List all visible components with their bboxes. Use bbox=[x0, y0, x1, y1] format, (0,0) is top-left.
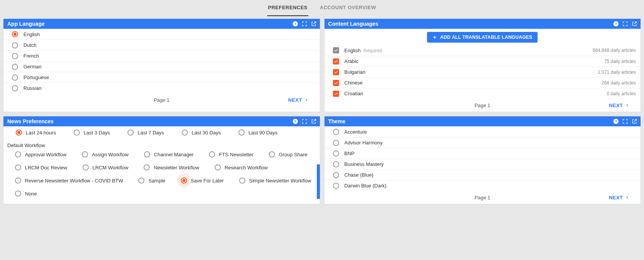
list-item[interactable]: Business Mastery bbox=[324, 159, 641, 169]
article-count: 0 daily articles bbox=[607, 91, 636, 96]
radio-button[interactable] bbox=[238, 129, 245, 136]
article-count: 268 daily articles bbox=[602, 80, 636, 86]
tab-preferences[interactable]: PREFERENCES bbox=[267, 4, 308, 16]
open-new-icon[interactable] bbox=[631, 21, 637, 27]
date-option[interactable]: Last 3 Days bbox=[74, 129, 110, 136]
next-button[interactable]: NEXT bbox=[609, 195, 629, 200]
workflow-option[interactable]: None bbox=[15, 190, 37, 197]
option-label: Newsletter Workflow bbox=[154, 165, 199, 171]
fullscreen-icon[interactable] bbox=[301, 21, 308, 27]
option-label: LRCM Doc Review bbox=[25, 165, 67, 171]
list-item[interactable]: Bulgarian1,071 daily articles bbox=[324, 66, 641, 77]
option-label: Chinese bbox=[344, 80, 363, 86]
date-option[interactable]: Last 24 hours bbox=[16, 129, 56, 136]
radio-button[interactable] bbox=[15, 151, 21, 157]
radio-button[interactable] bbox=[144, 164, 150, 171]
workflow-option[interactable]: Research Workflow bbox=[215, 164, 268, 171]
tab-account-overview[interactable]: ACCOUNT OVERVIEW bbox=[319, 4, 377, 16]
workflow-option[interactable]: Simple Newsletter Workflow bbox=[239, 177, 311, 184]
fullscreen-icon[interactable] bbox=[622, 118, 628, 124]
next-button[interactable]: NEXT bbox=[609, 103, 629, 108]
radio-button[interactable] bbox=[209, 151, 215, 157]
checkbox[interactable] bbox=[333, 58, 339, 65]
panel-title: Theme bbox=[328, 118, 346, 124]
checkbox[interactable] bbox=[333, 80, 339, 86]
help-icon[interactable]: ? bbox=[613, 21, 619, 27]
date-option[interactable]: Last 7 Days bbox=[127, 129, 164, 136]
radio-button[interactable] bbox=[127, 129, 134, 136]
list-item[interactable]: Dutch bbox=[3, 40, 320, 50]
list-item[interactable]: Arabic75 daily articles bbox=[324, 56, 641, 66]
radio-button[interactable] bbox=[15, 190, 21, 197]
radio-button[interactable] bbox=[12, 42, 18, 48]
list-item[interactable]: BNP bbox=[324, 148, 641, 159]
date-option[interactable]: Last 90 Days bbox=[238, 129, 278, 136]
list-item[interactable]: English bbox=[3, 29, 320, 40]
workflow-option[interactable]: Assign Workflow bbox=[82, 151, 129, 157]
list-item[interactable]: Darwin Blue (Dark) bbox=[324, 180, 641, 191]
list-item[interactable]: German bbox=[3, 61, 320, 72]
panel-content-languages: Content Languages ? ADD ALL TRANSLATABLE… bbox=[324, 18, 641, 112]
radio-button[interactable] bbox=[12, 85, 18, 91]
option-label: Reverse Newsletter Workflow - COVID BTW bbox=[25, 178, 123, 184]
radio-button[interactable] bbox=[333, 172, 339, 178]
help-icon[interactable]: ? bbox=[292, 21, 298, 27]
checkbox[interactable] bbox=[333, 91, 339, 97]
workflow-option[interactable]: Channel Manager bbox=[144, 151, 194, 157]
radio-button[interactable] bbox=[333, 140, 339, 146]
workflow-option[interactable]: LRCM Doc Review bbox=[15, 164, 67, 171]
add-all-languages-button[interactable]: ADD ALL TRANSLATABLE LANGUAGES bbox=[427, 32, 538, 43]
radio-button[interactable] bbox=[12, 64, 18, 70]
radio-button[interactable] bbox=[181, 177, 187, 184]
workflow-option[interactable]: Newsletter Workflow bbox=[144, 164, 199, 171]
radio-button[interactable] bbox=[144, 151, 150, 157]
workflow-option[interactable]: FTS Newsletter bbox=[209, 151, 253, 157]
radio-button[interactable] bbox=[12, 31, 18, 37]
open-new-icon[interactable] bbox=[311, 21, 317, 27]
workflow-option[interactable]: LRCM Workflow bbox=[83, 164, 129, 171]
list-item[interactable]: Croatian0 daily articles bbox=[324, 88, 641, 99]
radio-button[interactable] bbox=[83, 164, 89, 171]
workflow-option[interactable]: Approval Workflow bbox=[15, 151, 66, 157]
radio-button[interactable] bbox=[74, 129, 80, 136]
radio-button[interactable] bbox=[239, 177, 245, 184]
list-item[interactable]: French bbox=[3, 50, 320, 61]
radio-button[interactable] bbox=[12, 75, 18, 81]
workflow-option[interactable]: Reverse Newsletter Workflow - COVID BTW bbox=[15, 177, 123, 184]
radio-button[interactable] bbox=[333, 129, 339, 135]
list-item[interactable]: English Required664,848 daily articles bbox=[324, 45, 641, 56]
list-item[interactable]: Chase (Blue) bbox=[324, 169, 641, 180]
list-item[interactable]: Chinese268 daily articles bbox=[324, 77, 641, 88]
list-item[interactable]: Portuguese bbox=[3, 72, 320, 83]
workflow-option[interactable]: Group Share bbox=[269, 151, 307, 157]
radio-button[interactable] bbox=[15, 164, 21, 171]
fullscreen-icon[interactable] bbox=[622, 21, 628, 27]
next-button[interactable]: NEXT bbox=[288, 97, 308, 103]
radio-button[interactable] bbox=[16, 129, 22, 136]
radio-button[interactable] bbox=[15, 177, 21, 184]
workflow-option[interactable]: Save For Later bbox=[181, 177, 224, 184]
date-option[interactable]: Last 30 Days bbox=[182, 129, 221, 136]
help-icon[interactable]: ? bbox=[613, 118, 619, 124]
article-count: 664,848 daily articles bbox=[593, 48, 636, 53]
radio-button[interactable] bbox=[269, 151, 275, 157]
list-item[interactable]: Advisor Harmony bbox=[324, 137, 641, 148]
option-label: Bulgarian bbox=[344, 69, 366, 75]
fullscreen-icon[interactable] bbox=[301, 118, 308, 124]
scrollbar-handle[interactable] bbox=[317, 164, 320, 199]
checkbox[interactable] bbox=[333, 69, 339, 75]
list-item[interactable]: Russian bbox=[3, 83, 320, 93]
radio-button[interactable] bbox=[138, 177, 144, 184]
radio-button[interactable] bbox=[12, 53, 18, 59]
open-new-icon[interactable] bbox=[631, 118, 637, 124]
open-new-icon[interactable] bbox=[311, 118, 317, 124]
help-icon[interactable]: ? bbox=[292, 118, 298, 124]
radio-button[interactable] bbox=[333, 183, 339, 189]
radio-button[interactable] bbox=[215, 164, 221, 171]
radio-button[interactable] bbox=[333, 151, 339, 157]
radio-button[interactable] bbox=[333, 161, 339, 167]
workflow-option[interactable]: Sample bbox=[138, 177, 165, 184]
list-item[interactable]: Accenture bbox=[324, 126, 641, 137]
radio-button[interactable] bbox=[182, 129, 188, 136]
radio-button[interactable] bbox=[82, 151, 88, 157]
